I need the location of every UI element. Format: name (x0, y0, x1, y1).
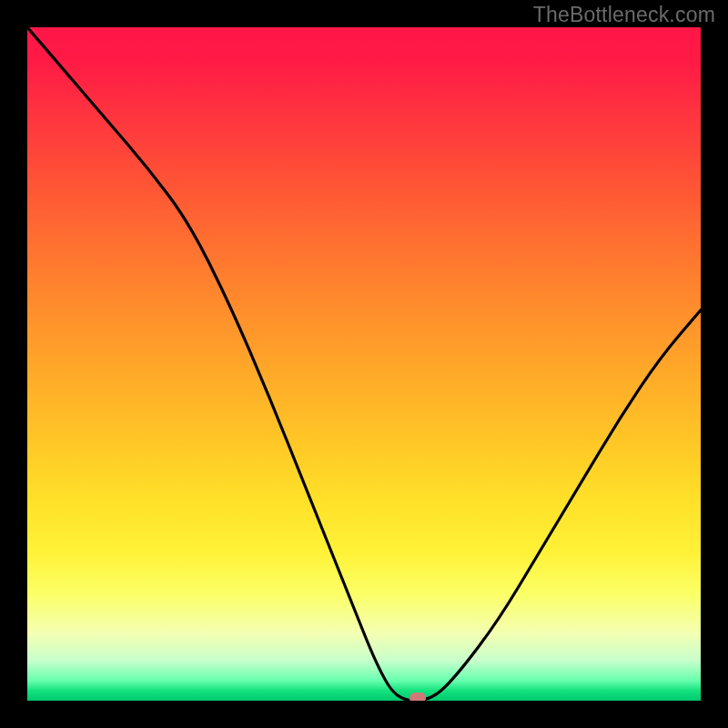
bottleneck-curve (27, 27, 701, 701)
curve-path (27, 27, 701, 701)
watermark-text: TheBottleneck.com (533, 3, 715, 27)
chart-container: TheBottleneck.com (0, 0, 728, 728)
plot-area (27, 27, 701, 701)
optimum-marker (410, 693, 426, 701)
